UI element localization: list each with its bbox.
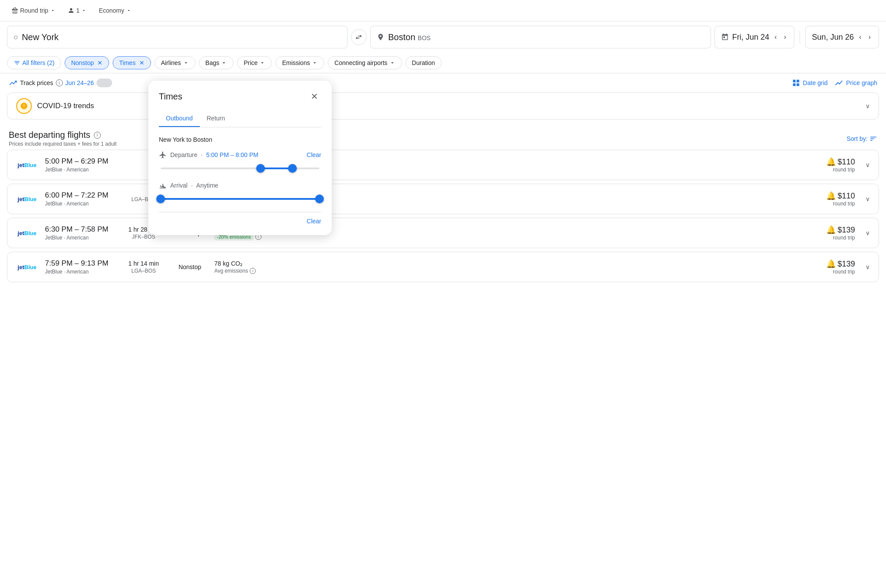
covid-banner[interactable]: COVID-19 trends ∨ bbox=[7, 92, 879, 120]
flight-row[interactable]: jetBlue 6:00 PM – 7:22 PM JetBlue · Amer… bbox=[7, 184, 879, 214]
flight-carrier: JetBlue · American bbox=[45, 167, 115, 173]
arrival-slider-track[interactable] bbox=[161, 195, 319, 203]
departure-left-thumb[interactable] bbox=[256, 164, 265, 173]
track-prices-date-range: Jun 24–26 bbox=[65, 79, 94, 86]
price-col: 🔔 $139 round trip bbox=[826, 225, 855, 241]
price-value: $110 bbox=[838, 157, 855, 167]
airline-logo: jetBlue bbox=[16, 196, 38, 202]
row-expand-icon[interactable]: ∨ bbox=[865, 263, 870, 270]
flights-info-icon[interactable]: i bbox=[94, 132, 101, 139]
emissions-label: Emissions bbox=[282, 59, 310, 66]
trip-type-label: Round trip bbox=[20, 7, 48, 14]
tools-row: Track prices i Jun 24–26 Date grid Price… bbox=[0, 73, 886, 92]
flight-duration: 1 hr 14 min LGA–BOS bbox=[122, 260, 165, 274]
price-sub: round trip bbox=[826, 167, 855, 173]
row-expand-icon[interactable]: ∨ bbox=[865, 161, 870, 168]
duration-label: Duration bbox=[412, 59, 435, 66]
swap-button[interactable] bbox=[351, 29, 367, 45]
price-value: $110 bbox=[838, 191, 855, 201]
bags-label: Bags bbox=[206, 59, 220, 66]
flight-row[interactable]: jetBlue 6:30 PM – 7:58 PM JetBlue · Amer… bbox=[7, 218, 879, 248]
emissions-col: 78 kg CO₂ Avg emissions i bbox=[214, 260, 267, 274]
modal-header: Times ✕ bbox=[159, 89, 321, 103]
nonstop-close-icon[interactable]: ✕ bbox=[97, 59, 103, 66]
airlines-label: Airlines bbox=[161, 59, 181, 66]
emissions-info-icon[interactable]: i bbox=[250, 268, 256, 274]
price-sub: round trip bbox=[826, 235, 855, 241]
flights-subtitle: Prices include required taxes + fees for… bbox=[9, 141, 117, 147]
date-grid-button[interactable]: Date grid bbox=[792, 79, 828, 87]
flight-times: 6:30 PM – 7:58 PM JetBlue · American bbox=[45, 225, 115, 241]
duration-filter-chip[interactable]: Duration bbox=[405, 56, 442, 69]
departure-slider-section: Departure · 5:00 PM – 8:00 PM Clear bbox=[159, 151, 321, 173]
departure-slider-label: Departure · 5:00 PM – 8:00 PM Clear bbox=[159, 151, 321, 159]
depart-date-input[interactable]: Fri, Jun 24 ‹ › bbox=[714, 26, 795, 48]
airline-logo: jetBlue bbox=[16, 264, 38, 270]
return-date-input[interactable]: Sun, Jun 26 ‹ › bbox=[805, 26, 879, 48]
arrival-label-text: Arrival bbox=[170, 182, 188, 189]
departure-clear-button[interactable]: Clear bbox=[307, 151, 321, 158]
cabin-selector[interactable]: Economy bbox=[94, 4, 135, 17]
depart-next-button[interactable]: › bbox=[782, 31, 788, 43]
track-prices-info-icon[interactable]: i bbox=[56, 79, 63, 86]
modal-close-button[interactable]: ✕ bbox=[307, 89, 321, 103]
duration-text: 1 hr 14 min bbox=[122, 260, 165, 267]
connecting-airports-filter-chip[interactable]: Connecting airports bbox=[328, 56, 402, 69]
emissions-sub: Avg emissions i bbox=[214, 268, 267, 274]
flight-carrier: JetBlue · American bbox=[45, 235, 115, 241]
times-filter-chip[interactable]: Times ✕ bbox=[113, 56, 151, 69]
return-next-button[interactable]: › bbox=[867, 31, 872, 43]
arrival-right-thumb[interactable] bbox=[315, 195, 324, 203]
search-row: ○ New York Boston BOS Fri, Jun 24 ‹ › Su… bbox=[0, 21, 886, 53]
departure-slider-track[interactable] bbox=[161, 164, 319, 173]
depart-prev-button[interactable]: ‹ bbox=[773, 31, 779, 43]
arrival-left-thumb[interactable] bbox=[156, 195, 165, 203]
right-tools: Date grid Price graph bbox=[792, 79, 877, 87]
flights-title: Best departing flights i bbox=[9, 130, 117, 140]
flight-times: 5:00 PM – 6:29 PM JetBlue · American bbox=[45, 157, 115, 173]
times-close-icon[interactable]: ✕ bbox=[139, 59, 144, 66]
flight-row[interactable]: jetBlue 7:59 PM – 9:13 PM JetBlue · Amer… bbox=[7, 252, 879, 282]
tab-outbound[interactable]: Outbound bbox=[159, 110, 200, 127]
bags-filter-chip[interactable]: Bags bbox=[199, 56, 234, 69]
track-prices-label: Track prices bbox=[20, 79, 53, 86]
nonstop-label: Nonstop bbox=[71, 59, 94, 66]
row-expand-icon[interactable]: ∨ bbox=[865, 195, 870, 202]
sort-button[interactable]: Sort by: bbox=[847, 135, 877, 143]
return-date-label: Sun, Jun 26 bbox=[812, 33, 854, 42]
nonstop-filter-chip[interactable]: Nonstop ✕ bbox=[65, 56, 109, 69]
track-prices-section: Track prices i Jun 24–26 bbox=[9, 79, 112, 87]
price-filter-chip[interactable]: Price bbox=[237, 56, 272, 69]
depart-date-label: Fri, Jun 24 bbox=[732, 33, 769, 42]
arrival-slider-label: Arrival · Anytime bbox=[159, 181, 321, 189]
passengers-selector[interactable]: 1 bbox=[63, 4, 91, 17]
modal-title: Times bbox=[159, 92, 182, 102]
flight-row[interactable]: jetBlue 5:00 PM – 6:29 PM JetBlue · Amer… bbox=[7, 150, 879, 180]
all-filters-button[interactable]: All filters (2) bbox=[7, 56, 61, 69]
arrival-range-text: Anytime bbox=[196, 182, 219, 189]
trip-type-selector[interactable]: Round trip bbox=[7, 4, 60, 17]
airlines-filter-chip[interactable]: Airlines bbox=[155, 56, 196, 69]
return-prev-button[interactable]: ‹ bbox=[857, 31, 863, 43]
destination-input[interactable]: Boston BOS bbox=[370, 26, 711, 48]
flights-header: Best departing flights i Prices include … bbox=[7, 123, 879, 150]
destination-text: Boston BOS bbox=[388, 32, 430, 42]
origin-input[interactable]: ○ New York bbox=[7, 26, 347, 48]
departure-right-thumb[interactable] bbox=[288, 164, 297, 173]
modal-route: New York to Boston bbox=[159, 136, 321, 143]
emissions-text: 78 kg CO₂ bbox=[214, 260, 267, 267]
emissions-filter-chip[interactable]: Emissions bbox=[275, 56, 324, 69]
flight-time-text: 6:00 PM – 7:22 PM bbox=[45, 191, 115, 200]
covid-expand-icon: ∨ bbox=[865, 103, 870, 109]
modal-bottom-clear-button[interactable]: Clear bbox=[307, 218, 321, 225]
price-graph-button[interactable]: Price graph bbox=[834, 79, 877, 87]
sort-label: Sort by: bbox=[847, 135, 868, 142]
passengers-label: 1 bbox=[76, 7, 80, 14]
tab-return[interactable]: Return bbox=[200, 110, 232, 127]
track-prices-toggle[interactable] bbox=[96, 79, 112, 87]
row-expand-icon[interactable]: ∨ bbox=[865, 229, 870, 236]
filter-row: All filters (2) Nonstop ✕ Times ✕ Airlin… bbox=[0, 53, 886, 73]
price-sub: round trip bbox=[826, 201, 855, 207]
flight-time-text: 7:59 PM – 9:13 PM bbox=[45, 259, 115, 268]
flight-time-text: 6:30 PM – 7:58 PM bbox=[45, 225, 115, 234]
